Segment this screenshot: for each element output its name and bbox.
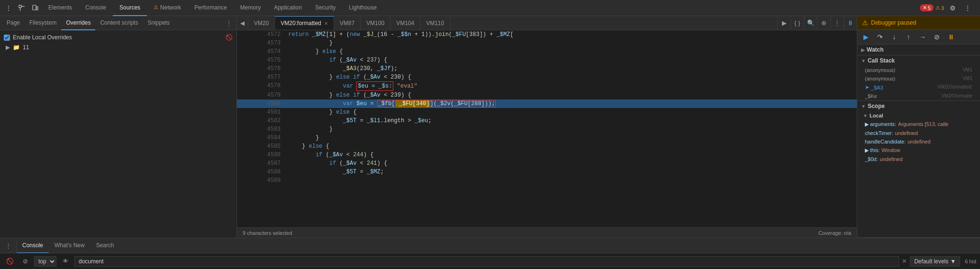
code-tabs-right: ▶ { } 🔍 ⊕ ⋮ ⏸: [777, 16, 857, 30]
devtools-menu-icon[interactable]: ⋮: [2, 1, 15, 15]
search-in-file-icon[interactable]: 🔍: [804, 16, 817, 30]
bottom-left-icons: ⋮: [2, 240, 17, 252]
folder-arrow-icon: ▶: [6, 44, 10, 51]
step-over-btn[interactable]: ↷: [873, 31, 887, 43]
code-tab-vm110[interactable]: VM110: [420, 16, 450, 30]
warn-badge: ⚠ 3: [935, 5, 944, 11]
table-row: 4579 } else if (_$Av < 239) {: [237, 91, 857, 99]
table-row: 4583 }: [237, 125, 857, 134]
call-stack-item-active[interactable]: ➤ _$A3 VM20:formatted:: [857, 83, 980, 92]
enable-overrides-row: Enable Local Overrides 🚫: [0, 32, 236, 43]
scope-local-arrow-icon: ▼: [863, 113, 868, 118]
tab-filesystem[interactable]: Filesystem: [25, 16, 61, 30]
tab-security[interactable]: Security: [309, 0, 342, 16]
warn-icon: ⚠: [154, 4, 158, 10]
tab-performance[interactable]: Performance: [188, 0, 234, 16]
more-actions-icon[interactable]: ⋮: [830, 16, 844, 30]
code-tab-vm104[interactable]: VM104: [390, 16, 420, 30]
scope-item[interactable]: checkTimer: undefined: [857, 129, 980, 137]
coverage-status: Coverage: n/a: [818, 230, 851, 236]
scope-item[interactable]: _$0d: undefined: [857, 155, 980, 163]
eye-icon[interactable]: 👁: [59, 255, 72, 268]
bottom-tab-search[interactable]: Search: [91, 238, 120, 253]
inspect-icon[interactable]: [15, 1, 28, 15]
code-tab-bar: ◀ VM20 VM20:formatted ✕ VM87 VM100 VM104…: [237, 16, 857, 30]
secondary-tabs-more[interactable]: ⋮: [223, 20, 235, 27]
info-icon[interactable]: 🚫: [226, 34, 233, 41]
secondary-tab-bar: Page Filesystem Overrides Content script…: [0, 16, 236, 30]
call-stack-item[interactable]: (anonymous) VM1: [857, 74, 980, 83]
bottom-tab-whats-new[interactable]: What's New: [49, 238, 91, 253]
scope-item[interactable]: ▶ this: Window: [857, 146, 980, 155]
deactivate-breakpoints-btn[interactable]: ⊘: [930, 31, 944, 43]
clear-console-icon[interactable]: 🚫: [4, 255, 16, 268]
tab-page[interactable]: Page: [2, 16, 25, 30]
table-row: 4587 if (_$Av < 241) {: [237, 159, 857, 168]
add-breakpoint-icon[interactable]: ⊕: [817, 16, 830, 30]
table-row: 4574 } else {: [237, 47, 857, 56]
device-toggle-icon[interactable]: [28, 1, 42, 15]
code-tab-close-icon[interactable]: ✕: [324, 21, 328, 26]
code-tab-vm20-formatted[interactable]: VM20:formatted ✕: [275, 16, 334, 30]
scope-header[interactable]: ▼ Scope: [857, 101, 980, 111]
table-row: 4586 if (_$Av < 244) {: [237, 151, 857, 159]
resume-btn[interactable]: ▶: [859, 31, 872, 43]
code-panel: ◀ VM20 VM20:formatted ✕ VM87 VM100 VM104…: [237, 16, 857, 238]
console-filter-icon[interactable]: ⊘: [19, 255, 31, 268]
tab-memory[interactable]: Memory: [234, 0, 267, 16]
code-content[interactable]: 4572 return _$MZ[1] + (new _$J_(16 - _$$…: [237, 30, 857, 227]
hidden-count: 6 hid: [965, 259, 976, 264]
bottom-tab-console[interactable]: Console: [17, 238, 49, 253]
code-tab-forward-icon[interactable]: ▶: [777, 16, 790, 30]
default-levels-btn[interactable]: Default levels ▼: [910, 256, 960, 267]
pause-on-exception-btn[interactable]: ⏸: [944, 31, 958, 43]
code-tab-back-icon[interactable]: ◀: [237, 16, 248, 30]
watch-header[interactable]: ▶ Watch: [857, 45, 980, 55]
watch-arrow-icon: ▶: [861, 47, 865, 53]
code-tab-vm87[interactable]: VM87: [334, 16, 361, 30]
scope-item[interactable]: ▶ arguments: Arguments [513, calle: [857, 120, 980, 129]
tab-snippets[interactable]: Snippets: [143, 16, 174, 30]
code-tab-vm100[interactable]: VM100: [361, 16, 390, 30]
table-row: 4588 _$5T = _$MZ;: [237, 168, 857, 176]
folder-item-11[interactable]: ▶ 📁 11: [0, 43, 236, 52]
pause-icon[interactable]: ⏸: [844, 16, 857, 30]
step-into-btn[interactable]: ↓: [888, 31, 901, 43]
file-panel: Enable Local Overrides 🚫 ▶ 📁 11: [0, 30, 236, 238]
tab-lighthouse[interactable]: Lighthouse: [342, 0, 383, 16]
enable-overrides-checkbox[interactable]: [4, 35, 10, 41]
dock-icon[interactable]: ⋮: [2, 240, 14, 252]
console-context-select[interactable]: top: [34, 256, 56, 267]
step-out-btn[interactable]: ↑: [902, 31, 915, 43]
svg-rect-0: [19, 5, 21, 8]
table-row: 4576 _$A3(230, _$Jf);: [237, 64, 857, 73]
settings-icon[interactable]: ⚙: [946, 1, 959, 15]
tab-elements[interactable]: Elements: [42, 0, 79, 16]
call-stack-item[interactable]: (anonymous) VM1: [857, 66, 980, 74]
table-row: 4573 }: [237, 39, 857, 47]
table-row: 4572 return _$MZ[1] + (new _$J_(16 - _$$…: [237, 30, 857, 39]
scope-local-header[interactable]: ▼ Local: [857, 111, 980, 120]
scope-item[interactable]: handleCandidate: undefined: [857, 137, 980, 146]
tab-sources[interactable]: Sources: [113, 0, 147, 16]
call-stack-item[interactable]: _$Ke VM20:formatte: [857, 92, 980, 100]
tab-application[interactable]: Application: [267, 0, 309, 16]
clear-input-icon[interactable]: ✕: [902, 258, 907, 265]
table-row: 4577 } else if (_$Av < 230) {: [237, 73, 857, 81]
table-row: 4580 var $eu = _$fb[ _$FU[340]](_$2v(_$F…: [237, 99, 857, 108]
table-row: 4584 }: [237, 134, 857, 142]
tab-network[interactable]: ⚠ Network: [147, 0, 188, 16]
table-row: 4575 if (_$Av < 237) {: [237, 56, 857, 64]
console-input[interactable]: [74, 256, 899, 267]
tab-overrides[interactable]: Overrides: [61, 16, 95, 30]
table-row: 4589: [237, 176, 857, 185]
tab-console[interactable]: Console: [79, 0, 113, 16]
step-btn[interactable]: →: [916, 31, 929, 43]
code-tab-vm20[interactable]: VM20: [248, 16, 275, 30]
pretty-print-icon[interactable]: { }: [790, 16, 804, 30]
tab-content-scripts[interactable]: Content scripts: [95, 16, 143, 30]
more-tabs-icon[interactable]: ⋮: [961, 1, 974, 15]
chevron-down-icon: ▼: [950, 258, 956, 265]
call-stack-header[interactable]: ▼ Call Stack: [857, 55, 980, 66]
left-panel: Page Filesystem Overrides Content script…: [0, 16, 237, 238]
